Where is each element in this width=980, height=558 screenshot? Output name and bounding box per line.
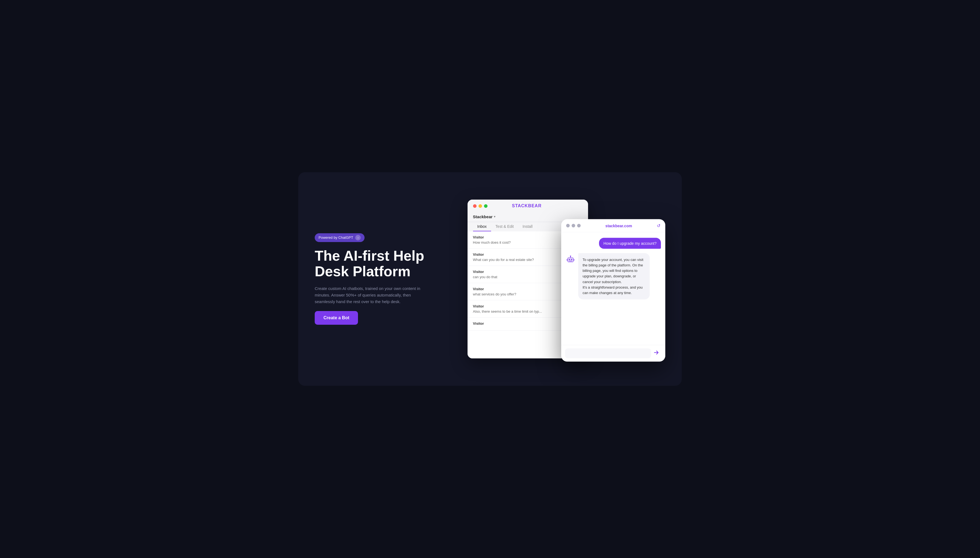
outer-card: Powered by ChatGPT › The AI-first Help D… (298, 172, 682, 386)
chat-window-dots (566, 224, 581, 228)
powered-badge-text: Powered by ChatGPT (318, 235, 353, 240)
main-heading: The AI-first Help Desk Platform (315, 248, 462, 279)
chat-dot-2 (571, 224, 575, 228)
chat-domain: stackbear.com (605, 223, 632, 228)
svg-point-5 (570, 256, 571, 256)
dot-green (484, 204, 488, 208)
refresh-icon[interactable]: ↺ (657, 223, 660, 228)
svg-rect-7 (573, 259, 574, 261)
svg-rect-1 (569, 259, 570, 260)
dot-red (473, 204, 476, 208)
svg-rect-6 (567, 259, 568, 261)
powered-badge[interactable]: Powered by ChatGPT › (315, 233, 364, 242)
chat-input-area (561, 345, 665, 362)
workspace-chevron: ▾ (494, 215, 496, 218)
right-panel: STACKBEAR Stackbear ▾ Inbox Test & Edit … (462, 183, 665, 375)
bot-avatar (566, 254, 575, 264)
inbox-brand: STACKBEAR (512, 204, 542, 208)
chat-titlebar: stackbear.com ↺ (561, 219, 665, 233)
dot-yellow (478, 204, 482, 208)
inbox-titlebar: STACKBEAR (468, 200, 588, 212)
bot-message-row: To upgrade your account, you can visit t… (566, 253, 661, 300)
tab-test-edit[interactable]: Test & Edit (491, 222, 518, 231)
left-panel: Powered by ChatGPT › The AI-first Help D… (315, 233, 462, 325)
chat-dot-3 (577, 224, 581, 228)
chat-window: stackbear.com ↺ How do I upgrade my acco… (561, 219, 665, 362)
tab-inbox[interactable]: Inbox (473, 222, 491, 231)
tab-install[interactable]: Install (518, 222, 537, 231)
svg-rect-0 (568, 258, 573, 262)
badge-arrow: › (355, 235, 361, 240)
inbox-workspace[interactable]: Stackbear ▾ (473, 214, 496, 222)
user-message-bubble: How do I upgrade my account? (599, 238, 661, 249)
chat-input[interactable] (565, 348, 651, 358)
sub-text: Create custom AI chatbots, trained on yo… (315, 285, 424, 305)
svg-rect-3 (569, 261, 572, 261)
chat-body: How do I upgrade my account? (561, 233, 665, 345)
inbox-window-dots (473, 204, 488, 208)
svg-rect-2 (571, 259, 572, 260)
chat-send-button[interactable] (651, 348, 662, 359)
send-icon (653, 350, 659, 356)
bot-message-bubble: To upgrade your account, you can visit t… (578, 253, 650, 300)
cta-button[interactable]: Create a Bot (315, 311, 358, 325)
chat-dot-1 (566, 224, 570, 228)
